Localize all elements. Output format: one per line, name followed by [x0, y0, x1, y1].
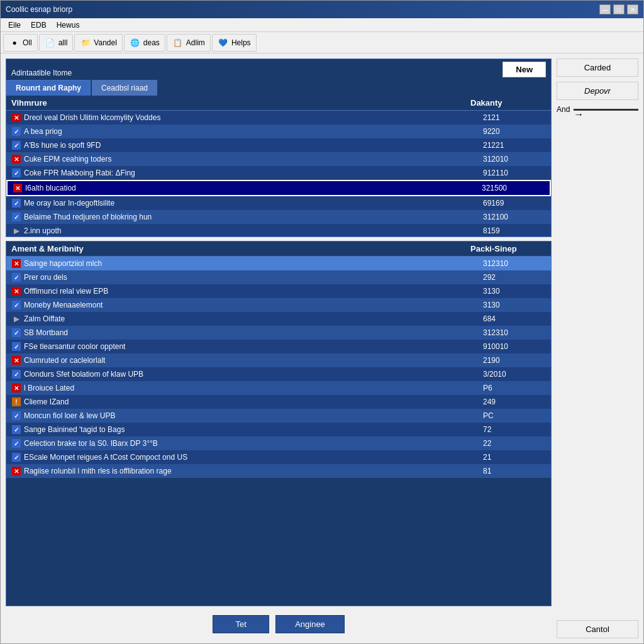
bottom-table-row[interactable]: ✕l Broiuce LatedP6: [6, 381, 551, 395]
x-icon: ✕: [11, 154, 21, 164]
orange-icon: !: [11, 397, 21, 407]
bottom-table-row[interactable]: ✕Sainge haportziiol mlch312310: [6, 257, 551, 270]
toolbar-adlim[interactable]: 📋 Adlim: [167, 34, 211, 52]
row-text: Offfimunci relal view EPB: [24, 287, 483, 296]
menu-eile[interactable]: Eile: [3, 19, 26, 31]
x-icon: ✕: [11, 355, 21, 365]
row-value: 3130: [483, 287, 546, 296]
row-text: Dreol veal Drish Ulitim klcomylity Vodde…: [24, 113, 483, 122]
check-icon: ✓: [11, 452, 21, 462]
bottom-table-row[interactable]: ✕Clumruted or caclelorlalt2190: [6, 353, 551, 367]
row-value: 21: [483, 453, 546, 462]
top-table-row[interactable]: ✕Cuke EPM ceahing toders312010: [6, 152, 551, 166]
x-icon: ✕: [11, 466, 21, 476]
check-icon: ✓: [11, 438, 21, 448]
top-table-row[interactable]: ✓Me oray loar In-degoftlsilite69169: [6, 196, 551, 210]
maximize-button[interactable]: □: [613, 4, 625, 14]
row-value: 21221: [483, 141, 546, 150]
toolbar-adlim-label: Adlim: [186, 38, 205, 47]
close-button[interactable]: ✕: [627, 4, 638, 14]
top-table-row[interactable]: ✕I6alth blucatiod321500: [6, 180, 551, 196]
toolbar-oll-label: Oll: [23, 38, 32, 47]
bottom-col2-header: Packi-Sinep: [470, 244, 546, 253]
top-table-row[interactable]: ✓A bea priog9220: [6, 125, 551, 138]
x-icon: ✕: [11, 286, 21, 296]
top-table-row[interactable]: ▶2.inn upoth8159: [6, 224, 551, 236]
row-text: Clieme IZand: [24, 397, 483, 406]
depovr-button[interactable]: Depovr: [557, 82, 638, 100]
toolbar-deas-label: deas: [143, 38, 160, 47]
toolbar-helps[interactable]: 💙 Helps: [212, 34, 257, 52]
menu-hewus[interactable]: Hewus: [52, 19, 85, 31]
cancel-button[interactable]: Cantol: [557, 620, 638, 638]
deas-icon: 🌐: [130, 37, 141, 48]
bottom-table-row[interactable]: ✓Moncun fiol loer & lew UPBPC: [6, 409, 551, 423]
bottom-table-row[interactable]: ✓EScale Monpet reigues A tCost Compoct o…: [6, 450, 551, 464]
section-title: Adintaatible Itome: [11, 66, 72, 80]
x-icon: ✕: [11, 113, 21, 123]
bottom-table-body[interactable]: ✕Sainge haportziiol mlch312310✓Prer oru …: [6, 257, 551, 606]
toolbar-deas[interactable]: 🌐 deas: [124, 34, 165, 52]
bottom-table-row[interactable]: ✕Ragiise rolunbil l mith rles is offlibr…: [6, 464, 551, 478]
bottom-table-row[interactable]: ✓Celection brake tor la S0. lBarx DP 3°°…: [6, 436, 551, 450]
tab-rounrt[interactable]: Rounrt and Raphy: [6, 80, 91, 96]
row-value: 3/2010: [483, 370, 546, 379]
x-icon: ✕: [11, 258, 21, 269]
bottom-table-row[interactable]: ✓Moneby Menaaelemont3130: [6, 298, 551, 312]
toolbar-oll[interactable]: ● Oll: [3, 34, 38, 52]
bottom-table-row[interactable]: ✓SB Mortband312310: [6, 326, 551, 340]
bottom-buttons: Tet Anginee: [6, 610, 552, 638]
row-text: Sange Bainined 'tagid to Bags: [24, 425, 483, 434]
row-text: FSe tlearsantur coolor opptent: [24, 342, 483, 351]
bottom-table-row[interactable]: ✕Offfimunci relal view EPB3130: [6, 284, 551, 298]
anginee-button[interactable]: Anginee: [275, 615, 345, 633]
menu-edb[interactable]: EDB: [26, 19, 52, 31]
row-value: 249: [483, 397, 546, 406]
bottom-table-row[interactable]: ✓Clondurs Sfet bolatiom of klaw UPB3/201…: [6, 367, 551, 381]
alll-icon: 📄: [45, 37, 56, 48]
toolbar-alll[interactable]: 📄 alll: [39, 34, 74, 52]
bottom-table-row[interactable]: ✓Prer oru dels292: [6, 270, 551, 284]
row-text: 2.inn upoth: [24, 226, 483, 235]
bottom-table-row[interactable]: ✓FSe tlearsantur coolor opptent910010: [6, 340, 551, 353]
row-value: 912110: [483, 169, 546, 177]
top-table-row[interactable]: ✕Dreol veal Drish Ulitim klcomylity Vodd…: [6, 111, 551, 125]
menu-bar: Eile EDB Hewus: [1, 18, 643, 32]
and-label: And →: [557, 105, 638, 114]
toolbar-alll-label: alll: [58, 38, 68, 47]
bottom-col1-header: Ament & Meribnity: [11, 244, 470, 253]
row-value: 312310: [483, 328, 546, 337]
bottom-table-row[interactable]: ▶Zalm Oiffate684: [6, 312, 551, 326]
and-arrow-icon: →: [574, 109, 584, 119]
tabs-container: Rounrt and Raphy Ceadbsl riaad: [6, 80, 551, 96]
row-value: 312100: [483, 213, 546, 221]
row-value: 312310: [483, 259, 546, 268]
top-table-header: Vihmrure Dakanty: [6, 96, 551, 111]
row-text: Ragiise rolunbil l mith rles is offlibra…: [24, 467, 483, 475]
top-table-body[interactable]: ✕Dreol veal Drish Ulitim klcomylity Vodd…: [6, 111, 551, 236]
oll-icon: ●: [9, 37, 20, 48]
minimize-button[interactable]: —: [599, 4, 611, 14]
row-value: 81: [483, 467, 546, 475]
check-icon: ✓: [11, 411, 21, 421]
tab-ceadbsl[interactable]: Ceadbsl riaad: [92, 80, 157, 96]
top-table-row[interactable]: ✓Belaime Thud redjuren of blokring hun31…: [6, 210, 551, 224]
new-button[interactable]: New: [502, 62, 546, 77]
test-button[interactable]: Tet: [213, 615, 269, 633]
row-text: Belaime Thud redjuren of blokring hun: [24, 213, 483, 221]
top-table-row[interactable]: ✓A'Bs hune io spoft 9FD21221: [6, 138, 551, 152]
row-text: Me oray loar In-degoftlsilite: [24, 199, 483, 208]
window-controls: — □ ✕: [599, 4, 638, 14]
row-text: Coke FPR Makboing Rabi: ΔFing: [24, 169, 483, 177]
bottom-table-row[interactable]: ✓Sange Bainined 'tagid to Bags72: [6, 423, 551, 436]
top-table-row[interactable]: ✓Coke FPR Makboing Rabi: ΔFing912110: [6, 166, 551, 180]
check-icon: ✓: [11, 140, 21, 150]
row-value: 910010: [483, 342, 546, 351]
toolbar-helps-label: Helps: [231, 38, 251, 47]
bottom-table-row[interactable]: !Clieme IZand249: [6, 395, 551, 409]
check-icon: ✓: [11, 272, 21, 282]
row-value: 69169: [483, 199, 546, 208]
check-icon: ✓: [11, 425, 21, 435]
toolbar-vandel[interactable]: 📁 Vandel: [74, 34, 122, 52]
carded-button[interactable]: Carded: [557, 58, 638, 77]
